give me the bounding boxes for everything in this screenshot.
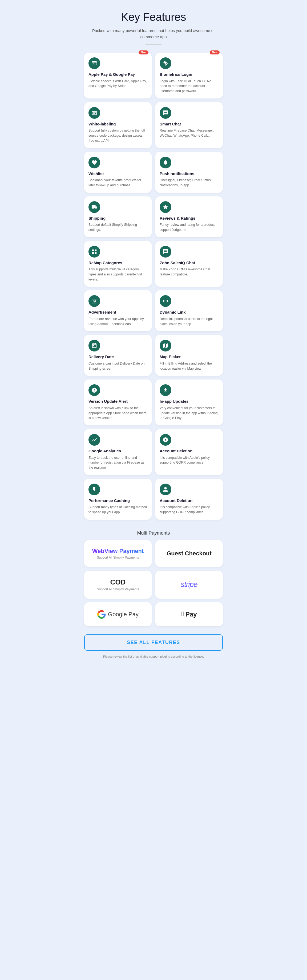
feature-title-account-deletion: Account Deletion bbox=[160, 449, 218, 454]
feature-title-google-analytics: Google Analytics bbox=[89, 449, 147, 454]
feature-icon-wishlist bbox=[89, 157, 100, 169]
feature-icon-biometrics bbox=[160, 57, 171, 69]
feature-card-account-deletion-2: Account Deletion It is compatible with A… bbox=[155, 479, 223, 520]
feature-card-map-picker: Map Picker Fill in Billing Address and s… bbox=[155, 335, 223, 376]
feature-desc-apple-google-pay: Flexible checkout with Card, Apple Pay, … bbox=[89, 79, 147, 89]
feature-card-version-update: Version Update Alert An alert is shown w… bbox=[84, 380, 152, 425]
feature-icon-advertisement: $ bbox=[89, 295, 100, 307]
feature-card-biometrics: New Biometrics Login Login with Face ID … bbox=[155, 52, 223, 99]
svg-text:$: $ bbox=[94, 300, 95, 303]
feature-desc-version-update: An alert is shown with a link to the app… bbox=[89, 406, 147, 421]
feature-icon-delivery-date bbox=[89, 340, 100, 352]
payment-card-stripe: stripe bbox=[155, 571, 223, 599]
feature-icon-reviews-ratings bbox=[160, 201, 171, 213]
feature-icon-apple-google-pay bbox=[89, 57, 100, 69]
feature-title-delivery-date: Delivery Date bbox=[89, 354, 147, 360]
payment-name-stripe: stripe bbox=[181, 580, 197, 589]
feature-desc-google-analytics: Easy to track the user online and number… bbox=[89, 455, 147, 470]
payment-card-guest: Guest Checkout bbox=[155, 540, 223, 567]
payments-grid: WebView Payment Support All Shopify Paym… bbox=[84, 540, 223, 626]
feature-desc-delivery-date: Customers can input Delivery Date on Shi… bbox=[89, 361, 147, 371]
feature-card-remap-categories: ReMap Categores This supports multiple U… bbox=[84, 241, 152, 287]
payment-name-applepay: Pay bbox=[185, 611, 197, 618]
apple-pay-wrap:  Pay bbox=[181, 611, 197, 618]
feature-icon-google-analytics bbox=[89, 434, 100, 446]
feature-desc-wishlist: Bookmark your favorite products for late… bbox=[89, 178, 147, 188]
feature-desc-account-deletion: It is compatible with Apple's policy sup… bbox=[160, 455, 218, 465]
feature-desc-white-labeling: Support fully custom by getting the full… bbox=[89, 128, 147, 143]
feature-icon-white-labeling bbox=[89, 107, 100, 119]
feature-icon-smart-chat bbox=[160, 107, 171, 119]
feature-desc-dynamic-link: Deep link potential users to the right p… bbox=[160, 317, 218, 327]
feature-title-smart-chat: Smart Chat bbox=[160, 121, 218, 127]
feature-card-performance-caching: Performance Caching Support many types o… bbox=[84, 479, 152, 520]
feature-title-zoho-chat: Zoho SalesIQ Chat bbox=[160, 260, 218, 266]
feature-title-dynamic-link: Dynamic Link bbox=[160, 310, 218, 315]
feature-desc-performance-caching: Support many types of Caching method to … bbox=[89, 505, 147, 515]
payment-sub-webview: Support All Shopify Payments bbox=[97, 556, 139, 559]
feature-desc-map-picker: Fill in Billing Address and select the l… bbox=[160, 361, 218, 371]
payments-section: Multi Payments WebView Payment Support A… bbox=[84, 530, 223, 626]
feature-icon-in-app-updates bbox=[160, 384, 171, 396]
payment-card-webview: WebView Payment Support All Shopify Paym… bbox=[84, 540, 152, 567]
payment-card-googlepay: Google Pay bbox=[84, 602, 152, 626]
feature-desc-biometrics: Login with Face ID or Touch ID. No need … bbox=[160, 79, 218, 94]
feature-title-remap-categories: ReMap Categores bbox=[89, 260, 147, 266]
feature-title-account-deletion-2: Account Deletion bbox=[160, 498, 218, 503]
feature-desc-shipping: Support default Shopify Shipping setting… bbox=[89, 222, 147, 232]
feature-title-version-update: Version Update Alert bbox=[89, 399, 147, 404]
feature-title-white-labeling: White-labeling bbox=[89, 121, 147, 127]
feature-title-in-app-updates: In-app Updates bbox=[160, 399, 218, 404]
feature-desc-account-deletion-2: It is compatible with Apple's policy sup… bbox=[160, 505, 218, 515]
feature-card-smart-chat: Smart Chat Realtime Firebase Chat, Messe… bbox=[155, 102, 223, 148]
feature-title-performance-caching: Performance Caching bbox=[89, 498, 147, 503]
page-subtitle: Packed with many powerful features that … bbox=[84, 28, 223, 40]
feature-card-dynamic-link: Dynamic Link Deep link potential users t… bbox=[155, 290, 223, 331]
apple-icon:  bbox=[181, 610, 184, 618]
feature-title-wishlist: Wishlist bbox=[89, 171, 147, 177]
feature-title-reviews-ratings: Reviews & Ratings bbox=[160, 216, 218, 221]
feature-card-push-notifications: Push notifications OneSignal, Firebase; … bbox=[155, 152, 223, 193]
feature-title-biometrics: Biometrics Login bbox=[160, 72, 218, 77]
feature-card-google-analytics: Google Analytics Easy to track the user … bbox=[84, 429, 152, 475]
feature-icon-zoho-chat bbox=[160, 246, 171, 258]
feature-desc-advertisement: Earn more revenue with your apps by usin… bbox=[89, 317, 147, 327]
badge-new-biometrics: New bbox=[210, 51, 220, 54]
see-all-features-button[interactable]: SEE ALL FEATURES bbox=[84, 635, 223, 651]
feature-icon-account-deletion bbox=[160, 434, 171, 446]
feature-card-advertisement: $ Advertisement Earn more revenue with y… bbox=[84, 290, 152, 331]
feature-title-push-notifications: Push notifications bbox=[160, 171, 218, 177]
feature-icon-push-notifications bbox=[160, 157, 171, 169]
feature-title-apple-google-pay: Apple Pay & Google Pay bbox=[89, 72, 147, 77]
features-grid: New Apple Pay & Google Pay Flexible chec… bbox=[84, 52, 223, 520]
feature-card-account-deletion: Account Deletion It is compatible with A… bbox=[155, 429, 223, 475]
feature-card-white-labeling: White-labeling Support fully custom by g… bbox=[84, 102, 152, 148]
feature-desc-in-app-updates: Very convenient for your customers to up… bbox=[160, 406, 218, 421]
page-title: Key Features bbox=[84, 11, 223, 24]
payment-sub-cod: Support All Shopify Payments bbox=[97, 587, 139, 591]
feature-card-zoho-chat: Zoho SalesIQ Chat Make Zoho CRM's awesom… bbox=[155, 241, 223, 287]
feature-card-shipping: Shipping Support default Shopify Shippin… bbox=[84, 196, 152, 237]
cta-section: SEE ALL FEATURES bbox=[84, 635, 223, 651]
payment-name-webview: WebView Payment bbox=[92, 548, 144, 555]
feature-desc-zoho-chat: Make Zoho CRM's awesome Chat feature com… bbox=[160, 267, 218, 277]
feature-card-delivery-date: Delivery Date Customers can input Delive… bbox=[84, 335, 152, 376]
feature-title-shipping: Shipping bbox=[89, 216, 147, 221]
feature-desc-push-notifications: OneSignal, Firebase; Order Status Notifi… bbox=[160, 178, 218, 188]
feature-card-apple-google-pay: New Apple Pay & Google Pay Flexible chec… bbox=[84, 52, 152, 99]
feature-card-wishlist: Wishlist Bookmark your favorite products… bbox=[84, 152, 152, 193]
feature-icon-account-deletion-2 bbox=[160, 484, 171, 495]
payment-name-cod: COD bbox=[110, 578, 126, 586]
feature-icon-remap-categories bbox=[89, 246, 100, 258]
feature-title-map-picker: Map Picker bbox=[160, 354, 218, 360]
feature-title-advertisement: Advertisement bbox=[89, 310, 147, 315]
feature-card-in-app-updates: In-app Updates Very convenient for your … bbox=[155, 380, 223, 425]
payment-name-guest: Guest Checkout bbox=[166, 550, 212, 557]
feature-icon-version-update bbox=[89, 384, 100, 396]
page-wrapper: Key Features Packed with many powerful f… bbox=[79, 0, 228, 666]
payment-card-cod: COD Support All Shopify Payments bbox=[84, 571, 152, 599]
payment-card-applepay:  Pay bbox=[155, 602, 223, 626]
svg-rect-2 bbox=[93, 64, 94, 64]
feature-card-reviews-ratings: Reviews & Ratings Fancy review and ratin… bbox=[155, 196, 223, 237]
google-g-icon bbox=[97, 610, 106, 619]
